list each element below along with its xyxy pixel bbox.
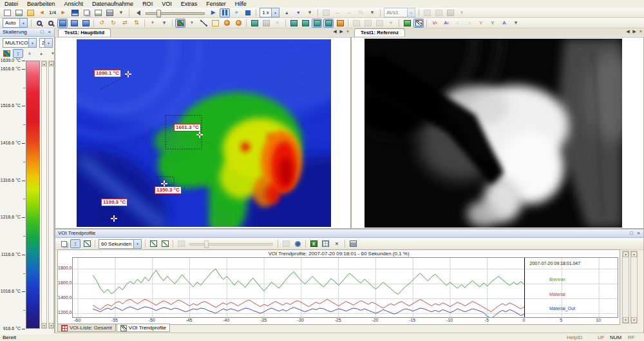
formula-a-icon[interactable]: A² [441,19,451,28]
copy-icon[interactable] [81,8,91,17]
tab-close-icon[interactable]: × [639,29,642,34]
play-icon[interactable]: ▶ [208,8,218,17]
rotate-left-icon[interactable]: ↺ [97,19,107,28]
voi-out-icon[interactable] [323,19,334,28]
more-view-chevron-icon[interactable]: ▾ [159,19,169,28]
pan-icon[interactable]: + [147,19,158,28]
roi-paste-icon[interactable] [261,19,271,28]
manual-scale-icon[interactable]: ± [24,49,35,58]
flip-vertical-icon[interactable]: ⇅ [131,19,142,28]
prev-event-icon[interactable]: ← [332,8,343,17]
menu-datei[interactable]: Datei [0,0,23,8]
pause-icon[interactable] [220,8,230,17]
chart-vertical-scrollbar[interactable]: ▴ ▾ [622,251,629,324]
calc-y2-icon[interactable]: Y [488,19,498,28]
voi-in-icon[interactable] [312,19,322,28]
tab-scroll-left-icon[interactable]: ◀ [333,29,336,34]
menu-datenaufnahme[interactable]: Datenaufnahme [88,0,138,8]
time-slider[interactable] [189,240,273,248]
emissivity-icon[interactable]: ε [453,19,463,28]
fast-forward-icon[interactable]: » [231,8,242,17]
marker3-icon[interactable] [445,8,455,17]
more-group-chevron-icon[interactable]: ▾ [386,19,396,28]
chart-zoom-scrollbar[interactable]: ▴ ▾ [630,251,638,324]
transmission-icon[interactable]: τ [464,19,475,28]
percent-icon[interactable]: % [355,8,366,17]
avs-combo[interactable]: AVs1▾ [384,8,415,17]
scale-max-icon[interactable]: ▲ [36,49,46,58]
close-icon[interactable]: × [635,229,642,237]
roi-delete-icon[interactable]: × [272,19,283,28]
spot-temperature-label[interactable]: 1090.1 °C [94,70,121,77]
tab-referenz[interactable]: Test1: Referenz [354,28,405,37]
menu-roi[interactable]: ROI [138,0,157,8]
add-point-icon[interactable]: + [187,19,197,28]
more-nav-chevron-icon[interactable]: ▾ [367,8,377,17]
step-up-icon[interactable]: ▲ [281,8,292,17]
calc-ax-icon[interactable]: A [499,19,509,28]
more-marker-chevron-icon[interactable]: ▾ [457,8,467,17]
print-chart-icon[interactable] [348,239,358,248]
image-info-icon[interactable] [80,19,91,28]
fit-window-icon[interactable] [57,19,68,28]
tab-scroll-left-icon[interactable]: ◀ [626,29,629,34]
zoom-in-icon[interactable] [34,19,44,28]
marker1-icon[interactable] [422,8,432,17]
scale-up-icon[interactable]: ▴ [49,61,53,66]
roi-edit-icon[interactable] [289,19,299,28]
roi-temperature-label[interactable]: 1199.3 °C [101,199,128,206]
new-document-icon[interactable] [2,8,12,17]
scroll-up-icon[interactable]: ▴ [631,251,637,257]
menu-hilfe[interactable]: Hilfe [231,0,251,8]
add-profile-icon[interactable] [148,239,158,248]
timeline-slider[interactable] [146,9,205,17]
palette-combo[interactable]: MULTICOLOF ▾ [3,38,37,48]
profile-config-icon[interactable] [82,239,92,248]
roi-temperature-label[interactable]: 1350.3 °C [155,186,182,194]
range-combo[interactable]: Auto▾ [3,18,28,28]
more-formula-chevron-icon[interactable]: ▾ [511,19,521,28]
speed-combo[interactable]: 1 x▾ [260,8,279,17]
group-tool2-icon[interactable] [363,19,373,28]
menu-bearbeiten[interactable]: Bearbeiten [23,0,60,8]
export-icon[interactable] [93,8,103,17]
formula-v-icon[interactable]: V² [430,19,440,28]
reference-image[interactable] [365,39,622,228]
scale-down-icon[interactable]: ▾ [42,323,46,328]
legend-icon[interactable] [292,239,303,248]
prev-image-icon[interactable]: ◄ [37,8,47,17]
scale-down-icon[interactable]: ▾ [49,323,53,328]
more-playback-chevron-icon[interactable]: ▾ [305,8,315,17]
scale-up-icon[interactable]: ▴ [42,61,46,66]
autoscale-y-icon[interactable]: ↕ [70,239,80,248]
menu-fenster[interactable]: Fenster [202,0,231,8]
line-tool-icon[interactable] [198,19,209,28]
tab-scroll-right-icon[interactable]: ▶ [633,29,636,34]
next-image-icon[interactable]: ► [58,8,68,17]
pin-icon[interactable]: □ [39,28,46,36]
copy-table-icon[interactable] [320,239,330,248]
scale-lower-slider[interactable]: ▴ ▾ [48,61,54,329]
pointer-icon[interactable] [281,239,291,248]
scroll-down-icon[interactable]: ▾ [631,317,637,323]
snapshot-icon[interactable] [402,19,412,28]
more-tools-chevron-icon[interactable]: ▾ [116,8,126,17]
flip-horizontal-icon[interactable]: ⇄ [120,19,130,28]
close-icon[interactable]: × [46,28,53,36]
full-image-icon[interactable] [69,19,79,28]
tab-scroll-right-icon[interactable]: ▶ [340,29,343,34]
report-icon[interactable] [413,19,424,28]
remove-profile-icon[interactable] [160,239,170,248]
next-event-icon[interactable]: → [344,8,354,17]
tab-hauptbild[interactable]: Test1: Hauptbild [58,28,111,37]
tab-voi-trendprofile[interactable]: VOI Trendprofile [117,324,170,332]
rect-tool-icon[interactable] [210,19,220,28]
step-down-icon[interactable]: ▼ [293,8,303,17]
scroll-down-icon[interactable]: ▾ [623,317,629,323]
roi-move-icon[interactable] [300,19,310,28]
cursor-mode-icon[interactable] [176,239,186,248]
menu-voi[interactable]: VOI [157,0,176,8]
roi-temperature-label[interactable]: 1601.3 °C [174,124,201,132]
levels-combo[interactable]: 256 ▾ [39,38,53,48]
save-icon[interactable] [70,8,80,17]
